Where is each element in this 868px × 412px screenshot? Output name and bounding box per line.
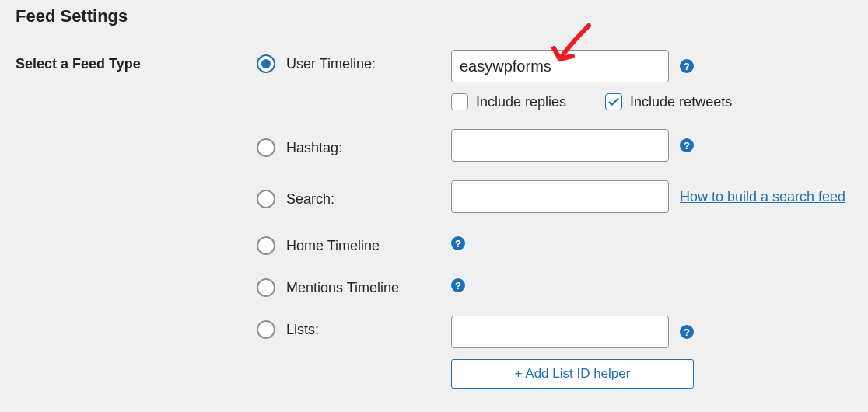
include-replies-checkbox[interactable] [451, 93, 468, 110]
label-home-timeline: Home Timeline [286, 238, 380, 254]
help-icon[interactable]: ? [451, 236, 465, 250]
radio-hashtag[interactable] [257, 138, 275, 157]
help-icon[interactable]: ? [680, 138, 694, 152]
label-lists: Lists: [286, 322, 319, 338]
search-help-link[interactable]: How to build a search feed [680, 189, 845, 205]
help-icon[interactable]: ? [680, 325, 694, 339]
lists-input[interactable] [451, 316, 669, 348]
radio-home-timeline[interactable] [257, 236, 275, 255]
radio-lists[interactable] [257, 320, 275, 339]
include-replies-label: Include replies [476, 94, 566, 110]
label-hashtag: Hashtag: [286, 140, 342, 156]
radio-user-timeline[interactable] [257, 54, 275, 73]
include-retweets-label: Include retweets [630, 94, 732, 110]
search-input[interactable] [451, 180, 669, 213]
user-timeline-input[interactable] [451, 50, 669, 82]
radio-search[interactable] [257, 190, 275, 208]
add-list-id-helper-button[interactable]: + Add List ID helper [451, 359, 694, 389]
radio-mentions-timeline[interactable] [257, 278, 275, 297]
label-search: Search: [286, 191, 334, 208]
label-user-timeline: User Timeline: [286, 56, 376, 72]
section-label: Select a Feed Type [16, 50, 257, 72]
label-mentions-timeline: Mentions Timeline [286, 280, 399, 296]
page-title: Feed Settings [16, 6, 852, 26]
hashtag-input[interactable] [451, 129, 669, 162]
include-retweets-checkbox[interactable] [605, 93, 622, 110]
help-icon[interactable]: ? [680, 59, 694, 73]
help-icon[interactable]: ? [451, 278, 465, 292]
